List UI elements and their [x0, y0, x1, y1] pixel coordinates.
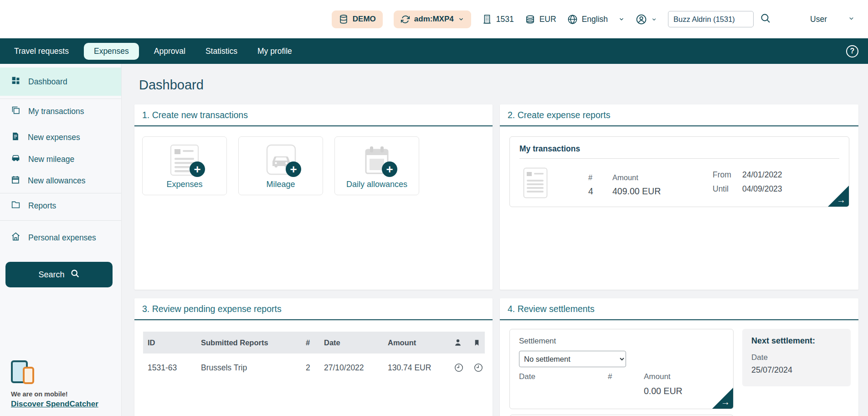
- receipt-icon: [523, 167, 548, 200]
- demo-badge-label: DEMO: [353, 15, 376, 24]
- sync-icon: [401, 15, 410, 24]
- main-content: Dashboard 1. Create new transactions + E…: [122, 64, 868, 416]
- next-settlement-title: Next settlement:: [751, 336, 842, 346]
- sidebar-item-dashboard[interactable]: Dashboard: [0, 68, 121, 96]
- sidebar-item-label: Reports: [28, 201, 56, 211]
- user-search-input[interactable]: [668, 11, 754, 27]
- language-value: English: [582, 15, 608, 24]
- next-date-label: Date: [751, 353, 842, 362]
- column-count: #: [301, 338, 319, 347]
- receipt-icon: +: [170, 144, 199, 176]
- main-nav: Travel requests Expenses Approval Statis…: [0, 38, 868, 64]
- bookmark-icon: [469, 339, 485, 347]
- search-icon[interactable]: [760, 13, 771, 26]
- count-label: #: [588, 173, 593, 182]
- chevron-down-icon: [651, 16, 657, 22]
- person-circle-icon: [636, 14, 647, 25]
- dashboard-grid-icon: [11, 76, 21, 88]
- transactions-amount: 409.00 EUR: [612, 186, 661, 197]
- tile-label: Daily allowances: [346, 180, 407, 189]
- role-selector[interactable]: User: [810, 15, 855, 24]
- user-picker-toggle[interactable]: [636, 14, 657, 25]
- table-row[interactable]: 1531-63 Brussels Trip 2 27/10/2022 130.7…: [143, 354, 485, 382]
- calendar-icon: +: [362, 144, 391, 176]
- from-label: From: [713, 170, 731, 180]
- column-id: ID: [143, 338, 196, 347]
- tab-statistics[interactable]: Statistics: [195, 47, 247, 56]
- document-icon: [11, 132, 20, 143]
- card-create-expense-reports: 2. Create expense reports My transaction…: [500, 104, 858, 290]
- discover-spendcatcher-link[interactable]: Discover SpendCatcher: [11, 400, 98, 409]
- settlement-amount: 0.00 EUR: [644, 386, 683, 396]
- tab-my-profile[interactable]: My profile: [247, 47, 302, 56]
- transactions-count: 4: [588, 186, 593, 197]
- report-amount: 130.74 EUR: [383, 363, 449, 373]
- pending-reports-table: ID Submitted Reports # Date Amount 1531-…: [143, 332, 485, 382]
- sidebar-item-new-mileage[interactable]: New mileage: [0, 150, 121, 169]
- until-date: 04/09/2023: [742, 184, 782, 194]
- tile-label: Expenses: [166, 180, 202, 189]
- settlement-panel: Settlement No settlement Date # Amount 0…: [509, 329, 734, 409]
- arrow-right-icon: →: [837, 195, 846, 204]
- search-icon: [70, 269, 80, 281]
- topbar: DEMO adm:MXP4 1531 EUR English User: [0, 0, 868, 38]
- page-title: Dashboard: [139, 78, 858, 93]
- pending-clock-icon[interactable]: [449, 363, 469, 373]
- card-title: 1. Create new transactions: [134, 104, 493, 126]
- admin-context-switcher[interactable]: adm:MXP4: [394, 10, 471, 28]
- plus-icon: +: [382, 161, 397, 177]
- currency-indicator: EUR: [525, 14, 556, 25]
- search-button[interactable]: Search: [5, 262, 113, 287]
- help-icon[interactable]: ?: [846, 45, 858, 57]
- car-icon: +: [266, 144, 295, 176]
- amount-label: Amount: [644, 372, 671, 381]
- sidebar-item-label: Dashboard: [28, 77, 67, 87]
- report-id: 1531-63: [143, 363, 196, 373]
- sidebar-divider: [0, 193, 121, 193]
- sidebar-item-personal-expenses[interactable]: Personal expenses: [0, 228, 121, 247]
- admin-switcher-label: adm:MXP4: [414, 15, 454, 24]
- pending-clock-icon[interactable]: [469, 363, 485, 373]
- sidebar-divider: [0, 220, 121, 221]
- tile-new-daily-allowances[interactable]: + Daily allowances: [334, 136, 419, 195]
- sidebar-item-my-transactions[interactable]: My transactions: [0, 102, 121, 121]
- from-date: 24/01/2022: [742, 170, 782, 180]
- language-selector[interactable]: English: [567, 14, 625, 25]
- sidebar-item-label: New expenses: [28, 133, 80, 142]
- card-title: 4. Review settlements: [500, 298, 858, 320]
- chevron-down-icon: [618, 16, 625, 22]
- entity-id-value: 1531: [496, 15, 514, 24]
- card-create-transactions: 1. Create new transactions + Expenses: [134, 104, 493, 290]
- tile-new-expense[interactable]: + Expenses: [142, 136, 227, 195]
- sidebar: Dashboard My transactions New expenses N…: [0, 64, 122, 416]
- plus-icon: +: [190, 161, 205, 177]
- report-date: 27/10/2022: [319, 363, 383, 373]
- card-title: 3. Review pending expense reports: [134, 298, 493, 320]
- settlement-label: Settlement: [519, 337, 556, 346]
- coins-icon: [525, 14, 535, 25]
- settlement-select[interactable]: No settlement: [519, 351, 626, 367]
- person-icon: [449, 338, 469, 347]
- sidebar-item-new-allowances[interactable]: New allowances: [0, 172, 121, 190]
- divider: [519, 158, 839, 159]
- demo-badge[interactable]: DEMO: [332, 10, 383, 28]
- tile-new-mileage[interactable]: + Mileage: [238, 136, 323, 195]
- copies-icon: [11, 105, 21, 117]
- table-header-row: ID Submitted Reports # Date Amount: [143, 332, 485, 354]
- tab-approval[interactable]: Approval: [144, 47, 195, 56]
- my-transactions-panel[interactable]: My transactions # 4 Amount 409.00 EUR: [509, 136, 849, 207]
- tab-travel-requests[interactable]: Travel requests: [4, 47, 79, 56]
- home-icon: [11, 232, 21, 244]
- folder-icon: [11, 200, 21, 212]
- sidebar-item-reports[interactable]: Reports: [0, 196, 121, 215]
- sidebar-item-new-expenses[interactable]: New expenses: [0, 128, 121, 147]
- sidebar-item-label: New mileage: [28, 155, 74, 164]
- date-label: Date: [519, 372, 535, 381]
- tab-expenses[interactable]: Expenses: [84, 43, 139, 60]
- report-name: Brussels Trip: [196, 363, 301, 373]
- column-date: Date: [319, 338, 383, 347]
- plus-icon: +: [286, 161, 301, 177]
- until-label: Until: [713, 184, 731, 194]
- card-title: 2. Create expense reports: [500, 104, 858, 126]
- report-count: 2: [301, 363, 319, 373]
